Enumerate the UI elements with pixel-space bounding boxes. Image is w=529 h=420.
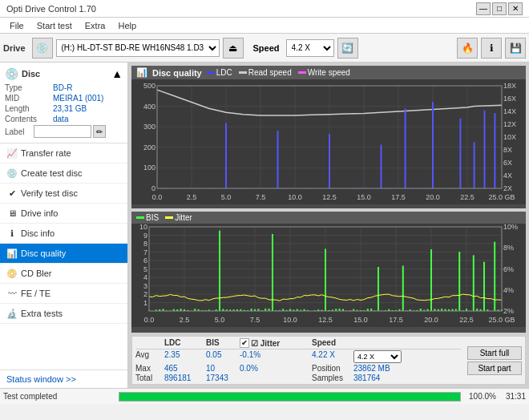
main-layout: 💿 Disc ▲ Type BD-R MID MEIRA1 (001) Leng…	[0, 63, 529, 388]
eject-button[interactable]: ⏏	[223, 38, 244, 59]
speed-label: Speed	[253, 43, 280, 53]
progress-bar	[119, 392, 461, 402]
sidebar: 💿 Disc ▲ Type BD-R MID MEIRA1 (001) Leng…	[0, 63, 128, 388]
disc-type-row: Type BD-R	[5, 83, 123, 92]
cd-bler-icon: 📀	[6, 268, 18, 279]
disc-contents-row: Contents data	[5, 115, 123, 123]
max-jitter: 0.0%	[240, 364, 312, 373]
speed-display-select[interactable]: 4.2 X	[353, 350, 402, 363]
chart-icon-top: 📊	[136, 67, 147, 78]
stats-data: LDC BIS ✔ ☑ Jitter Speed Avg 2.35 0.05 -…	[132, 337, 464, 384]
disc-type-label: Type	[5, 83, 53, 92]
create-test-icon: 💿	[6, 168, 18, 179]
minimize-button[interactable]: —	[476, 2, 491, 15]
disc-mid-value: MEIRA1 (001)	[53, 94, 103, 103]
chart-header-bottom: BIS Jitter	[131, 212, 526, 224]
total-bis: 17343	[206, 374, 240, 382]
stats-total-row: Total 896181 17343 Samples 381764	[135, 374, 461, 382]
fe-te-icon: 〰	[6, 288, 18, 299]
sidebar-item-label: Verify test disc	[21, 188, 78, 198]
stats-header-row: LDC BIS ✔ ☑ Jitter Speed	[135, 338, 461, 349]
legend-jitter-dot	[165, 216, 173, 219]
legend-read-dot	[239, 71, 247, 74]
disc-mid-label: MID	[5, 94, 53, 103]
sidebar-item-create-test-disc[interactable]: 💿 Create test disc	[0, 164, 127, 184]
stats-avg-row: Avg 2.35 0.05 -0.1% 4.22 X 4.2 X	[135, 350, 461, 363]
sidebar-item-fe-te[interactable]: 〰 FE / TE	[0, 284, 127, 304]
maximize-button[interactable]: □	[492, 2, 507, 15]
disc-length-row: Length 23,31 GB	[5, 104, 123, 113]
legend-ldc-label: LDC	[216, 68, 232, 77]
status-time: 31:31	[506, 392, 526, 401]
sidebar-item-label: Create test disc	[21, 168, 82, 178]
chart-header-top: 📊 Disc quality LDC Read speed Write spee…	[131, 66, 526, 79]
disc-contents-value: data	[53, 115, 68, 123]
max-bis: 10	[206, 364, 240, 373]
title-bar: Opti Drive Control 1.70 — □ ✕	[0, 0, 529, 18]
avg-label: Avg	[135, 350, 164, 363]
sidebar-item-cd-bler[interactable]: 📀 CD Bler	[0, 264, 127, 284]
samples-value: 381764	[353, 374, 410, 382]
disc-label-label: Label	[5, 127, 34, 136]
burn-button[interactable]: 🔥	[457, 38, 478, 59]
status-window-button[interactable]: Status window >>	[0, 370, 127, 388]
speed-select[interactable]: 4.2 X	[286, 39, 334, 57]
position-value: 23862 MB	[353, 364, 410, 373]
disc-info-icon: ℹ	[6, 228, 18, 239]
menu-help[interactable]: Help	[111, 19, 143, 32]
col-empty2	[353, 338, 410, 348]
verify-test-icon: ✔	[6, 188, 18, 199]
sidebar-item-transfer-rate[interactable]: 📈 Transfer rate	[0, 143, 127, 164]
progress-fill	[119, 393, 460, 401]
sidebar-item-drive-info[interactable]: 🖥 Drive info	[0, 204, 127, 224]
menu-file[interactable]: File	[3, 19, 30, 32]
disc-header: 💿 Disc ▲	[5, 67, 123, 80]
drive-label: Drive	[3, 43, 26, 53]
disc-label-row: Label ✏	[5, 125, 123, 138]
legend-bis-dot	[136, 216, 144, 219]
sidebar-item-disc-info[interactable]: ℹ Disc info	[0, 224, 127, 244]
chart-legend-bottom: BIS Jitter	[136, 213, 192, 222]
info-button[interactable]: ℹ	[481, 38, 502, 59]
col-ldc: LDC	[164, 338, 206, 348]
legend-ldc-dot	[207, 71, 215, 74]
jitter-checkbox[interactable]: ✔	[240, 338, 249, 348]
save-button[interactable]: 💾	[505, 38, 526, 59]
close-button[interactable]: ✕	[508, 2, 523, 15]
sidebar-item-label: CD Bler	[21, 269, 52, 278]
toolbar: Drive 💿 (H:) HL-DT-ST BD-RE WH16NS48 1.D…	[0, 34, 529, 63]
avg-jitter: -0.1%	[240, 350, 312, 363]
legend-write-dot	[298, 71, 306, 74]
content-area: 📊 Disc quality LDC Read speed Write spee…	[128, 63, 529, 388]
start-full-button[interactable]: Start full	[467, 346, 522, 360]
menu-start-test[interactable]: Start test	[30, 19, 79, 32]
disc-expand-icon[interactable]: ▲	[111, 67, 123, 80]
disc-contents-label: Contents	[5, 115, 53, 123]
legend-read-label: Read speed	[248, 68, 292, 77]
col-speed: Speed	[312, 338, 353, 348]
samples-label: Samples	[312, 374, 353, 382]
legend-ldc: LDC	[207, 68, 232, 77]
stats-panel: LDC BIS ✔ ☑ Jitter Speed Avg 2.35 0.05 -…	[131, 336, 526, 385]
position-label: Position	[312, 364, 353, 373]
disc-length-label: Length	[5, 104, 53, 113]
disc-label-btn[interactable]: ✏	[93, 125, 106, 138]
disc-icon: 💿	[5, 67, 18, 80]
sidebar-item-verify-test-disc[interactable]: ✔ Verify test disc	[0, 184, 127, 204]
legend-jitter-label: Jitter	[175, 213, 192, 222]
col-empty	[135, 338, 164, 348]
sidebar-item-extra-tests[interactable]: 🔬 Extra tests	[0, 304, 127, 324]
transfer-rate-icon: 📈	[6, 147, 18, 159]
start-part-button[interactable]: Start part	[467, 361, 522, 375]
menu-extra[interactable]: Extra	[79, 19, 112, 32]
legend-write-speed: Write speed	[298, 68, 350, 77]
sidebar-item-label: Transfer rate	[21, 148, 71, 158]
refresh-button[interactable]: 🔄	[337, 38, 358, 59]
disc-quality-chart-panel: 📊 Disc quality LDC Read speed Write spee…	[131, 66, 526, 208]
disc-label-input[interactable]	[34, 125, 91, 138]
sidebar-item-label: Extra tests	[21, 309, 63, 318]
app-title: Opti Drive Control 1.70	[6, 4, 476, 14]
jitter-check: ✔ ☑ Jitter	[240, 338, 312, 348]
drive-select[interactable]: (H:) HL-DT-ST BD-RE WH16NS48 1.D3	[56, 39, 220, 57]
sidebar-item-disc-quality[interactable]: 📊 Disc quality	[0, 244, 127, 264]
